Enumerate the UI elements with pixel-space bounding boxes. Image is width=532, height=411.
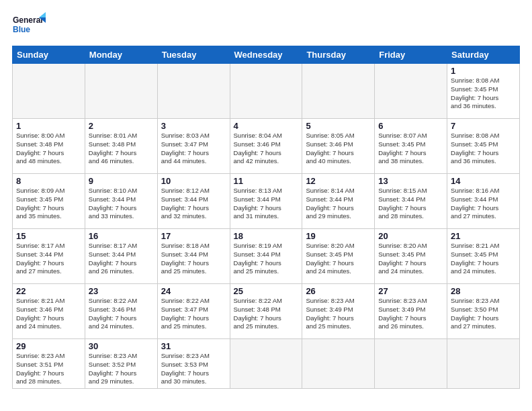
day-number: 22 xyxy=(16,286,81,296)
calendar-cell xyxy=(375,64,447,119)
day-info: Sunrise: 8:23 AMSunset: 3:52 PMDaylight:… xyxy=(89,352,154,386)
header: General Blue xyxy=(12,12,520,40)
day-info: Sunrise: 8:21 AMSunset: 3:45 PMDaylight:… xyxy=(451,242,516,276)
calendar-cell: 2Sunrise: 8:01 AMSunset: 3:48 PMDaylight… xyxy=(85,119,157,174)
day-info: Sunrise: 8:03 AMSunset: 3:47 PMDaylight:… xyxy=(161,132,226,166)
day-info: Sunrise: 8:10 AMSunset: 3:44 PMDaylight:… xyxy=(89,187,154,221)
day-number: 21 xyxy=(451,231,516,241)
day-number: 20 xyxy=(378,231,443,241)
day-info: Sunrise: 8:22 AMSunset: 3:48 PMDaylight:… xyxy=(234,297,299,331)
day-info: Sunrise: 8:17 AMSunset: 3:44 PMDaylight:… xyxy=(89,242,154,276)
page: General Blue SundayMondayTuesdayWednesda… xyxy=(0,0,532,396)
day-number: 4 xyxy=(234,121,299,131)
day-of-week-header: Monday xyxy=(85,46,157,64)
day-number: 12 xyxy=(306,176,371,186)
calendar-cell xyxy=(375,339,447,389)
calendar-cell: 18Sunrise: 8:19 AMSunset: 3:44 PMDayligh… xyxy=(230,229,302,284)
day-info: Sunrise: 8:08 AMSunset: 3:45 PMDaylight:… xyxy=(451,132,516,166)
calendar-cell: 17Sunrise: 8:18 AMSunset: 3:44 PMDayligh… xyxy=(157,229,230,284)
calendar-cell: 30Sunrise: 8:23 AMSunset: 3:52 PMDayligh… xyxy=(85,339,157,389)
day-info: Sunrise: 8:00 AMSunset: 3:48 PMDaylight:… xyxy=(16,132,81,166)
calendar-cell: 11Sunrise: 8:13 AMSunset: 3:44 PMDayligh… xyxy=(230,174,302,229)
day-info: Sunrise: 8:15 AMSunset: 3:44 PMDaylight:… xyxy=(378,187,443,221)
calendar-cell: 19Sunrise: 8:20 AMSunset: 3:45 PMDayligh… xyxy=(302,229,375,284)
day-number: 24 xyxy=(161,286,226,296)
calendar-cell: 15Sunrise: 8:17 AMSunset: 3:44 PMDayligh… xyxy=(13,229,85,284)
calendar-cell: 10Sunrise: 8:12 AMSunset: 3:44 PMDayligh… xyxy=(157,174,230,229)
day-number: 14 xyxy=(451,176,516,186)
day-number: 17 xyxy=(161,231,226,241)
day-number: 29 xyxy=(16,341,81,351)
day-info: Sunrise: 8:22 AMSunset: 3:46 PMDaylight:… xyxy=(89,297,154,331)
header-row: SundayMondayTuesdayWednesdayThursdayFrid… xyxy=(13,46,520,64)
calendar-cell: 26Sunrise: 8:23 AMSunset: 3:49 PMDayligh… xyxy=(302,284,375,339)
calendar-cell: 1Sunrise: 8:00 AMSunset: 3:48 PMDaylight… xyxy=(13,119,85,174)
day-info: Sunrise: 8:21 AMSunset: 3:46 PMDaylight:… xyxy=(16,297,81,331)
day-of-week-header: Friday xyxy=(375,46,447,64)
day-of-week-header: Tuesday xyxy=(157,46,230,64)
calendar-cell xyxy=(302,339,375,389)
day-info: Sunrise: 8:23 AMSunset: 3:50 PMDaylight:… xyxy=(451,297,516,331)
day-info: Sunrise: 8:08 AMSunset: 3:45 PMDaylight:… xyxy=(451,77,516,111)
calendar-week-row: 8Sunrise: 8:09 AMSunset: 3:45 PMDaylight… xyxy=(13,174,520,229)
day-number: 6 xyxy=(378,121,443,131)
day-info: Sunrise: 8:23 AMSunset: 3:49 PMDaylight:… xyxy=(378,297,443,331)
day-info: Sunrise: 8:12 AMSunset: 3:44 PMDaylight:… xyxy=(161,187,226,221)
svg-text:General: General xyxy=(13,15,43,25)
calendar-week-row: 22Sunrise: 8:21 AMSunset: 3:46 PMDayligh… xyxy=(13,284,520,339)
calendar-cell: 21Sunrise: 8:21 AMSunset: 3:45 PMDayligh… xyxy=(447,229,520,284)
day-info: Sunrise: 8:07 AMSunset: 3:45 PMDaylight:… xyxy=(378,132,443,166)
day-number: 9 xyxy=(89,176,154,186)
day-info: Sunrise: 8:17 AMSunset: 3:44 PMDaylight:… xyxy=(16,242,81,276)
calendar-cell: 25Sunrise: 8:22 AMSunset: 3:48 PMDayligh… xyxy=(230,284,302,339)
day-info: Sunrise: 8:16 AMSunset: 3:44 PMDaylight:… xyxy=(451,187,516,221)
day-number: 26 xyxy=(306,286,371,296)
calendar-cell: 31Sunrise: 8:23 AMSunset: 3:53 PMDayligh… xyxy=(157,339,230,389)
calendar-cell: 24Sunrise: 8:22 AMSunset: 3:47 PMDayligh… xyxy=(157,284,230,339)
calendar-week-row: 1Sunrise: 8:00 AMSunset: 3:48 PMDaylight… xyxy=(13,119,520,174)
calendar-week-row: 15Sunrise: 8:17 AMSunset: 3:44 PMDayligh… xyxy=(13,229,520,284)
day-info: Sunrise: 8:23 AMSunset: 3:51 PMDaylight:… xyxy=(16,352,81,386)
calendar-cell xyxy=(85,64,157,119)
calendar-cell: 1Sunrise: 8:08 AMSunset: 3:45 PMDaylight… xyxy=(447,64,520,119)
day-info: Sunrise: 8:01 AMSunset: 3:48 PMDaylight:… xyxy=(89,132,154,166)
calendar-cell: 4Sunrise: 8:04 AMSunset: 3:46 PMDaylight… xyxy=(230,119,302,174)
day-number: 2 xyxy=(89,121,154,131)
calendar-cell: 27Sunrise: 8:23 AMSunset: 3:49 PMDayligh… xyxy=(375,284,447,339)
calendar-cell: 7Sunrise: 8:08 AMSunset: 3:45 PMDaylight… xyxy=(447,119,520,174)
day-number: 7 xyxy=(451,121,516,131)
day-number: 5 xyxy=(306,121,371,131)
day-number: 27 xyxy=(378,286,443,296)
day-info: Sunrise: 8:09 AMSunset: 3:45 PMDaylight:… xyxy=(16,187,81,221)
day-number: 8 xyxy=(16,176,81,186)
calendar-cell xyxy=(230,64,302,119)
day-info: Sunrise: 8:04 AMSunset: 3:46 PMDaylight:… xyxy=(234,132,299,166)
calendar-cell: 8Sunrise: 8:09 AMSunset: 3:45 PMDaylight… xyxy=(13,174,85,229)
calendar: SundayMondayTuesdayWednesdayThursdayFrid… xyxy=(12,46,520,389)
calendar-cell: 14Sunrise: 8:16 AMSunset: 3:44 PMDayligh… xyxy=(447,174,520,229)
calendar-cell xyxy=(302,64,375,119)
day-of-week-header: Saturday xyxy=(447,46,520,64)
calendar-cell xyxy=(230,339,302,389)
day-number: 28 xyxy=(451,286,516,296)
day-info: Sunrise: 8:05 AMSunset: 3:46 PMDaylight:… xyxy=(306,132,371,166)
day-number: 25 xyxy=(234,286,299,296)
day-number: 13 xyxy=(378,176,443,186)
calendar-cell: 28Sunrise: 8:23 AMSunset: 3:50 PMDayligh… xyxy=(447,284,520,339)
calendar-cell xyxy=(447,339,520,389)
day-info: Sunrise: 8:22 AMSunset: 3:47 PMDaylight:… xyxy=(161,297,226,331)
calendar-cell: 9Sunrise: 8:10 AMSunset: 3:44 PMDaylight… xyxy=(85,174,157,229)
calendar-cell: 16Sunrise: 8:17 AMSunset: 3:44 PMDayligh… xyxy=(85,229,157,284)
day-number: 23 xyxy=(89,286,154,296)
day-number: 19 xyxy=(306,231,371,241)
day-number: 3 xyxy=(161,121,226,131)
day-info: Sunrise: 8:23 AMSunset: 3:49 PMDaylight:… xyxy=(306,297,371,331)
day-info: Sunrise: 8:20 AMSunset: 3:45 PMDaylight:… xyxy=(306,242,371,276)
day-number: 1 xyxy=(16,121,81,131)
day-number: 1 xyxy=(451,66,516,76)
calendar-cell: 23Sunrise: 8:22 AMSunset: 3:46 PMDayligh… xyxy=(85,284,157,339)
calendar-cell: 6Sunrise: 8:07 AMSunset: 3:45 PMDaylight… xyxy=(375,119,447,174)
calendar-cell: 22Sunrise: 8:21 AMSunset: 3:46 PMDayligh… xyxy=(13,284,85,339)
day-number: 16 xyxy=(89,231,154,241)
calendar-cell xyxy=(13,64,85,119)
